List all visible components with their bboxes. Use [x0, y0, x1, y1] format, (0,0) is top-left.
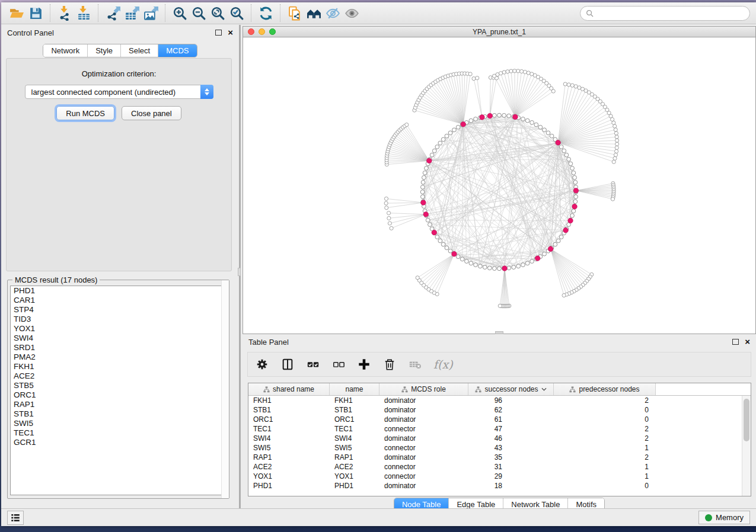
list-item[interactable]: SWI4 [11, 334, 226, 343]
list-item[interactable]: FKH1 [11, 362, 226, 371]
network-canvas[interactable] [243, 38, 755, 334]
table-settings-button[interactable] [255, 357, 269, 371]
mcds-result-list[interactable]: PHD1CAR1STP4TID3YOX1SWI4SRD1PMA2FKH1ACE2… [10, 286, 227, 495]
table-scrollbar[interactable] [742, 396, 751, 496]
function-builder-button[interactable]: f(x) [433, 357, 453, 371]
list-item[interactable]: STB5 [11, 381, 226, 390]
list-scrollbar[interactable] [221, 280, 229, 498]
table-row[interactable]: YOX1YOX1connector291 [248, 472, 751, 481]
list-item[interactable]: TEC1 [11, 428, 226, 438]
eye-slash-icon [326, 6, 340, 21]
list-item[interactable]: YOX1 [11, 324, 226, 334]
memory-status-icon [705, 514, 712, 521]
close-panel-button[interactable]: × [228, 30, 233, 36]
list-item[interactable]: PHD1 [11, 286, 226, 296]
list-item[interactable]: ORC1 [11, 390, 226, 400]
show-all-button[interactable] [342, 4, 361, 22]
list-item[interactable]: TID3 [11, 315, 226, 324]
column-header-label: name [345, 385, 363, 393]
memory-button[interactable]: Memory [698, 511, 750, 524]
cell-MCDS-role: dominator [379, 406, 468, 414]
table-row[interactable]: ACE2ACE2connector311 [248, 462, 751, 472]
copy-network-button[interactable] [285, 4, 304, 22]
export-table-button[interactable] [122, 4, 141, 22]
export-table-icon [125, 6, 139, 21]
task-history-button[interactable] [7, 511, 24, 525]
cell-predecessor-nodes: 2 [554, 396, 656, 405]
zoom-fit-button[interactable] [208, 4, 227, 22]
cell-name: PHD1 [330, 482, 379, 490]
table-row[interactable]: TEC1TEC1connector472 [248, 424, 751, 434]
column-header-MCDS-role[interactable]: MCDS role [379, 383, 468, 395]
run-mcds-button[interactable]: Run MCDS [56, 106, 114, 120]
list-item[interactable]: CAR1 [11, 296, 226, 305]
table-row[interactable]: FKH1FKH1dominator962 [248, 396, 751, 405]
cell-successor-nodes: 29 [468, 472, 554, 480]
hide-selected-button[interactable] [323, 4, 342, 22]
list-item[interactable]: GCR1 [11, 438, 226, 447]
import-network-button[interactable] [55, 4, 74, 22]
tab-mcds[interactable]: MCDS [158, 44, 196, 57]
column-header-predecessor-nodes[interactable]: predecessor nodes [554, 383, 656, 395]
float-panel-button[interactable] [215, 30, 222, 36]
criterion-select[interactable]: largest connected component (undirected) [25, 85, 213, 99]
save-session-button[interactable] [26, 4, 45, 22]
open-session-button[interactable] [7, 4, 26, 22]
zoom-in-button[interactable] [170, 4, 189, 22]
deselect-all-button[interactable] [331, 357, 346, 371]
table-scrollbar-thumb[interactable] [744, 399, 749, 441]
float-table-panel-button[interactable] [732, 339, 739, 345]
network-window-titlebar[interactable]: YPA_prune.txt_1 [243, 27, 755, 37]
splitter-handle[interactable] [238, 268, 241, 276]
list-item[interactable]: SWI5 [11, 419, 226, 428]
column-header-label: predecessor nodes [579, 385, 639, 393]
cell-successor-nodes: 61 [468, 415, 554, 424]
list-item[interactable]: SRD1 [11, 343, 226, 352]
table-panel: Table Panel × [243, 334, 756, 508]
cell-predecessor-nodes: 1 [554, 463, 656, 471]
cell-MCDS-role: dominator [379, 415, 468, 424]
table-row[interactable]: PHD1PHD1dominator180 [248, 481, 751, 491]
list-item[interactable]: PMA2 [11, 352, 226, 362]
table-row[interactable]: SWI5SWI5connector431 [248, 443, 751, 453]
tab-style[interactable]: Style [87, 44, 120, 57]
copy-network-icon [288, 6, 302, 21]
table-row[interactable]: SWI4SWI4dominator462 [248, 434, 751, 443]
column-header-name[interactable]: name [330, 383, 379, 395]
mcds-result-title: MCDS result (17 nodes) [12, 275, 100, 284]
list-item[interactable]: STB1 [11, 409, 226, 419]
cell-MCDS-role: connector [379, 463, 468, 471]
zoom-selected-button[interactable] [227, 4, 246, 22]
search-input[interactable] [597, 9, 744, 17]
refresh-button[interactable] [256, 4, 275, 22]
close-panel-button-inner[interactable]: Close panel [122, 106, 181, 120]
delete-table-button[interactable] [408, 357, 422, 371]
list-item[interactable]: RAP1 [11, 400, 226, 409]
select-all-button[interactable] [306, 357, 320, 371]
close-table-panel-button[interactable]: × [745, 339, 750, 345]
tab-select[interactable]: Select [120, 44, 158, 57]
column-header-successor-nodes[interactable]: successor nodes [468, 383, 554, 395]
export-image-button[interactable] [141, 4, 160, 22]
zoom-out-icon [192, 6, 206, 21]
column-header-shared-name[interactable]: shared name [248, 383, 330, 395]
list-item[interactable]: STP4 [11, 305, 226, 315]
list-item[interactable]: ACE2 [11, 371, 226, 381]
import-table-button[interactable] [74, 4, 93, 22]
search-field[interactable] [580, 6, 750, 21]
table-row[interactable]: ORC1ORC1dominator610 [248, 415, 751, 424]
table-row[interactable]: STB1STB1dominator620 [248, 405, 751, 415]
main-area: YPA_prune.txt_1 Table Panel × [243, 25, 756, 508]
cell-MCDS-role: connector [379, 444, 468, 452]
zoom-selected-icon [229, 6, 244, 21]
tab-network[interactable]: Network [43, 44, 87, 57]
table-row[interactable]: RAP1RAP1dominator352 [248, 453, 751, 462]
add-column-button[interactable] [357, 357, 371, 371]
network-graph[interactable] [243, 38, 755, 334]
zoom-out-button[interactable] [189, 4, 208, 22]
export-network-button[interactable] [103, 4, 122, 22]
delete-column-button[interactable] [382, 357, 397, 371]
node-table[interactable]: shared namenameMCDS rolesuccessor nodesp… [248, 383, 751, 496]
column-view-button[interactable] [280, 357, 295, 371]
first-neighbors-button[interactable] [304, 4, 323, 22]
